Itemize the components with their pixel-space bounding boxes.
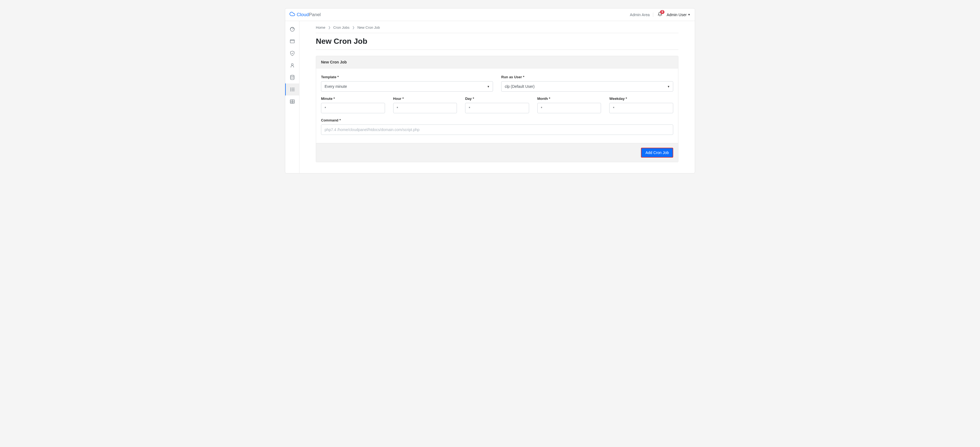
hour-input[interactable] [393,103,457,113]
month-label: Month * [537,97,601,101]
caret-down-icon: ▼ [688,13,690,16]
svg-point-9 [290,89,291,90]
window-icon [290,38,295,44]
month-input[interactable] [537,103,601,113]
run-as-user-select[interactable]: clp (Default User) [501,81,673,92]
weekday-label: Weekday * [609,97,673,101]
minute-label: Minute * [321,97,385,101]
command-input[interactable] [321,125,673,135]
sidebar [285,21,299,173]
chevron-right-icon: ❯ [328,26,331,29]
day-input[interactable] [465,103,529,113]
user-icon [290,63,295,68]
sidebar-item-security[interactable] [285,47,299,59]
sidebar-item-dashboard[interactable] [285,23,299,35]
breadcrumb-current: New Cron Job [357,26,380,30]
new-cron-job-card: New Cron Job Template * Every minute ▼ [316,56,678,162]
logo-text-panel: Panel [309,12,320,17]
breadcrumb: Home ❯ Cron Jobs ❯ New Cron Job [316,26,678,33]
command-label: Command * [321,118,673,122]
user-dropdown[interactable]: Admin User ▼ [667,13,690,17]
cloud-icon [290,11,295,18]
chevron-right-icon: ❯ [352,26,355,29]
database-icon [290,75,295,80]
gauge-icon [290,27,295,32]
weekday-input[interactable] [609,103,673,113]
user-name: Admin User [667,13,687,17]
shield-icon [290,51,295,56]
minute-input[interactable] [321,103,385,113]
sidebar-item-cron-jobs[interactable] [285,83,299,96]
sidebar-item-sites[interactable] [285,35,299,47]
svg-rect-1 [290,40,294,43]
breadcrumb-cron-jobs[interactable]: Cron Jobs [333,26,350,30]
svg-point-10 [290,91,291,91]
day-label: Day * [465,97,529,101]
svg-point-8 [290,88,291,88]
add-cron-job-button[interactable]: Add Cron Job [641,148,673,158]
template-select[interactable]: Every minute [321,81,493,92]
table-icon [290,99,295,104]
breadcrumb-home[interactable]: Home [316,26,325,30]
notification-badge: 0 [660,10,665,14]
logo-text-cloud: Cloud [297,12,309,17]
svg-point-3 [291,64,293,65]
sidebar-item-services[interactable] [285,96,299,107]
template-label: Template * [321,75,493,79]
sidebar-item-databases[interactable] [285,72,299,83]
admin-area-link[interactable]: Admin Area [630,13,653,17]
page-title: New Cron Job [316,33,678,50]
notifications-button[interactable]: 0 [658,12,662,18]
svg-point-4 [290,75,294,77]
card-header: New Cron Job [316,56,678,69]
hour-label: Hour * [393,97,457,101]
run-as-user-label: Run as User * [501,75,673,79]
list-icon [290,87,295,92]
sidebar-item-users[interactable] [285,59,299,72]
logo[interactable]: CloudPanel [290,11,321,18]
